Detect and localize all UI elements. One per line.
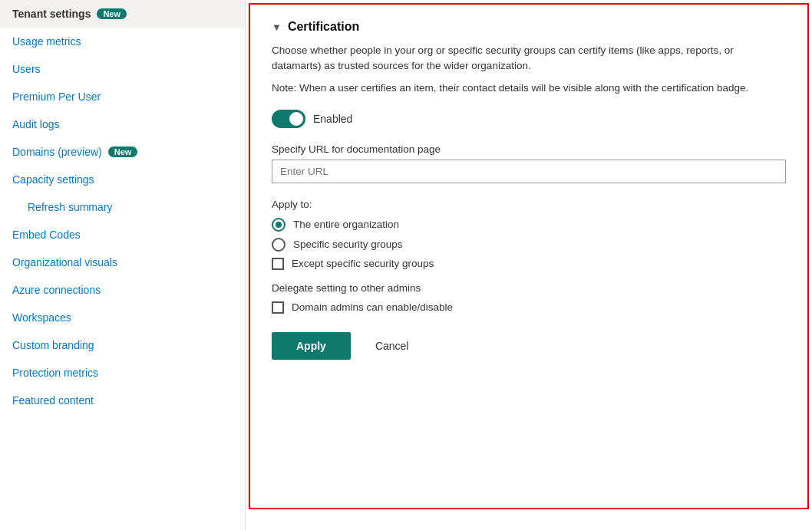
sidebar-item-tenant-settings[interactable]: Tenant settingsNew: [0, 0, 245, 28]
sidebar-item-label-org-visuals: Organizational visuals: [12, 256, 117, 268]
collapse-icon[interactable]: ▼: [272, 21, 282, 33]
sidebar-item-azure-connections[interactable]: Azure connections: [0, 276, 245, 304]
sidebar-item-protection-metrics[interactable]: Protection metrics: [0, 359, 245, 387]
radio-specific-groups-row: Specific security groups: [272, 238, 786, 252]
radio-entire-org-label: The entire organization: [293, 219, 399, 230]
url-field-label: Specify URL for documentation page: [272, 143, 786, 155]
sidebar-item-audit-logs[interactable]: Audit logs: [0, 110, 245, 138]
badge-domains-preview: New: [108, 146, 138, 157]
domain-admins-checkbox[interactable]: [272, 301, 284, 314]
sidebar-item-label-custom-branding: Custom branding: [12, 339, 94, 351]
sidebar-item-label-audit-logs: Audit logs: [12, 118, 59, 130]
sidebar-item-label-protection-metrics: Protection metrics: [12, 367, 98, 379]
sidebar-item-label-refresh-summary: Refresh summary: [28, 201, 112, 213]
radio-specific-groups[interactable]: [272, 238, 286, 252]
sidebar-item-custom-branding[interactable]: Custom branding: [0, 331, 245, 359]
description-text: Choose whether people in your org or spe…: [272, 43, 786, 74]
toggle-row: Enabled: [272, 110, 786, 128]
apply-to-label: Apply to:: [272, 199, 786, 210]
section-title: Certification: [288, 20, 359, 34]
except-checkbox[interactable]: [272, 258, 284, 270]
sidebar-item-refresh-summary[interactable]: Refresh summary: [0, 193, 245, 221]
radio-entire-org-row: The entire organization: [272, 218, 786, 232]
radio-entire-org[interactable]: [272, 218, 286, 232]
main-content: ▼ Certification Choose whether people in…: [246, 0, 812, 530]
sidebar-item-org-visuals[interactable]: Organizational visuals: [0, 249, 245, 276]
note-text: Note: When a user certifies an item, the…: [272, 81, 786, 96]
sidebar-item-usage-metrics[interactable]: Usage metrics: [0, 28, 245, 55]
sidebar-item-label-premium-per-user: Premium Per User: [12, 91, 101, 103]
sidebar: Tenant settingsNewUsage metricsUsersPrem…: [0, 0, 246, 530]
domain-admins-checkbox-row: Domain admins can enable/disable: [272, 301, 786, 314]
toggle-label: Enabled: [313, 113, 352, 125]
delegate-section: Delegate setting to other admins Domain …: [272, 282, 786, 314]
section-header: ▼ Certification: [272, 20, 786, 34]
cancel-button[interactable]: Cancel: [360, 332, 424, 360]
sidebar-item-label-featured-content: Featured content: [12, 394, 94, 407]
sidebar-item-workspaces[interactable]: Workspaces: [0, 304, 245, 331]
badge-tenant-settings: New: [97, 8, 127, 19]
apply-to-section: Apply to: The entire organization Specif…: [272, 199, 786, 270]
apply-button[interactable]: Apply: [272, 332, 351, 360]
except-checkbox-label: Except specific security groups: [292, 258, 434, 269]
sidebar-item-label-domains-preview: Domains (preview): [12, 146, 102, 158]
sidebar-item-embed-codes[interactable]: Embed Codes: [0, 221, 245, 249]
sidebar-item-domains-preview[interactable]: Domains (preview)New: [0, 138, 245, 166]
sidebar-item-label-azure-connections: Azure connections: [12, 284, 101, 296]
domain-admins-label: Domain admins can enable/disable: [292, 301, 453, 313]
sidebar-item-capacity-settings[interactable]: Capacity settings: [0, 166, 245, 193]
sidebar-item-featured-content[interactable]: Featured content: [0, 387, 245, 414]
url-input[interactable]: [272, 160, 786, 183]
sidebar-item-premium-per-user[interactable]: Premium Per User: [0, 83, 245, 110]
sidebar-item-label-workspaces: Workspaces: [12, 311, 71, 324]
sidebar-item-label-usage-metrics: Usage metrics: [12, 35, 81, 48]
button-row: Apply Cancel: [272, 332, 786, 360]
certification-panel: ▼ Certification Choose whether people in…: [249, 3, 809, 509]
sidebar-item-label-capacity-settings: Capacity settings: [12, 173, 94, 186]
sidebar-item-label-users: Users: [12, 63, 41, 75]
enabled-toggle[interactable]: [272, 110, 305, 128]
except-checkbox-row: Except specific security groups: [272, 258, 786, 270]
url-field-section: Specify URL for documentation page: [272, 143, 786, 183]
sidebar-item-label-embed-codes: Embed Codes: [12, 229, 81, 241]
sidebar-item-users[interactable]: Users: [0, 55, 245, 83]
radio-specific-groups-label: Specific security groups: [293, 239, 403, 250]
sidebar-item-label-tenant-settings: Tenant settings: [12, 8, 91, 20]
delegate-label: Delegate setting to other admins: [272, 282, 786, 294]
